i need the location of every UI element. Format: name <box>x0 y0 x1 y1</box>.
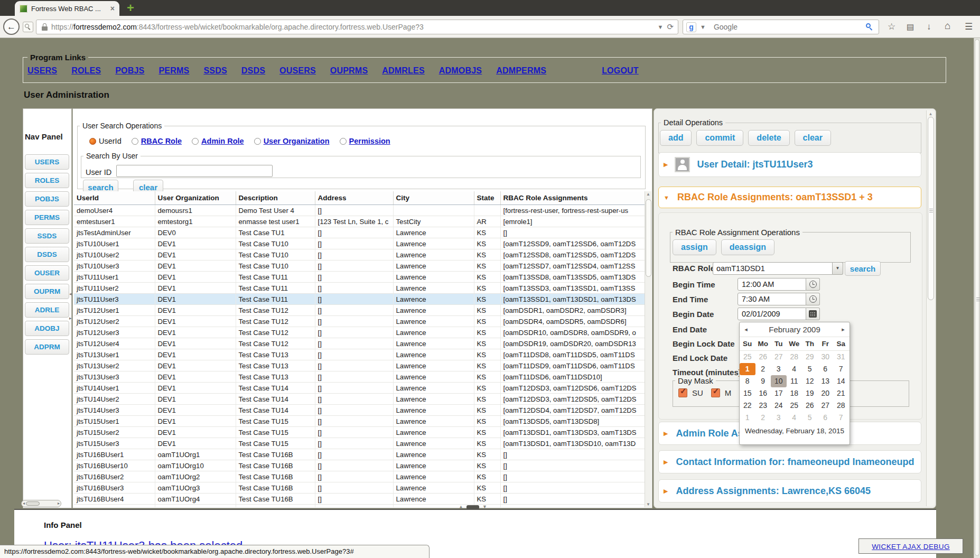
calendar-date-7[interactable]: 7 <box>833 412 849 424</box>
radio-user-organization-icon[interactable] <box>254 138 261 145</box>
detail-panel-scrollbar[interactable]: ▲ <box>926 110 935 506</box>
nav-scrollbar-thumb[interactable] <box>26 501 40 506</box>
search-icon[interactable] <box>865 23 874 32</box>
home-icon[interactable]: ⌂ <box>945 21 950 30</box>
table-row[interactable]: jtsTU14User2DEV1Test Case TU14[]Lawrence… <box>74 394 646 405</box>
page-proxy-icon[interactable] <box>23 22 33 32</box>
calendar-date-10[interactable]: 10 <box>771 375 787 387</box>
user-id-input[interactable] <box>116 165 273 177</box>
rbac-roles-search-button[interactable]: search <box>845 261 881 276</box>
end-time-clock-button[interactable] <box>806 293 820 305</box>
table-row[interactable]: jtsTU14User1DEV1Test Case TU14[]Lawrence… <box>74 383 646 394</box>
panel-splitter-right-icon[interactable]: ▸ <box>69 315 72 321</box>
table-row[interactable]: jtsTU10User1DEV1Test Case TU10[]Lawrence… <box>74 238 646 249</box>
table-row[interactable]: jtsTU12User3DEV1Test Case TU12[]Lawrence… <box>74 327 646 338</box>
calendar-date-2[interactable]: 2 <box>755 363 771 375</box>
program-link-admobjs[interactable]: ADMOBJS <box>439 66 482 75</box>
calendar-date-25[interactable]: 25 <box>740 351 755 363</box>
scroll-up-icon[interactable]: ▲ <box>459 505 463 509</box>
program-link-dsds[interactable]: DSDS <box>241 66 265 75</box>
scroll-thumb[interactable] <box>466 505 479 509</box>
program-link-perms[interactable]: PERMS <box>159 66 190 75</box>
back-button[interactable]: ← <box>3 18 20 35</box>
program-link-ousers[interactable]: OUSERS <box>279 66 316 75</box>
detail-scrollbar-thumb[interactable] <box>928 117 934 300</box>
mini-scroll-indicator[interactable]: ▲ ▼ <box>459 505 487 509</box>
panel-splitter-left-icon[interactable]: ◂ <box>69 291 72 296</box>
browser-tab[interactable]: Fortress Web RBAC ... × <box>15 1 119 16</box>
rbac-roles-combobox[interactable]: oamT13DSD1 <box>713 262 833 275</box>
table-row[interactable]: jtsTU16BUser3oamT1UOrg3Test Case TU16B[]… <box>74 482 646 494</box>
calendar-date-26[interactable]: 26 <box>802 399 818 412</box>
calendar-date-17[interactable]: 17 <box>771 387 787 399</box>
table-row[interactable]: jtsTU16BUser5oamT1UOrg5Test Case TU16B[]… <box>74 505 646 508</box>
tab-close-icon[interactable]: × <box>110 4 115 13</box>
radio-label-rbac-role[interactable]: RBAC Role <box>141 137 182 145</box>
program-link-admrles[interactable]: ADMRLES <box>382 66 425 75</box>
radio-userid-icon[interactable] <box>89 138 96 145</box>
wicket-ajax-debug-link[interactable]: WICKET AJAX DEBUG <box>872 543 950 551</box>
table-row[interactable]: jtsTU11User2DEV1Test Case TU11[]Lawrence… <box>74 283 646 294</box>
calendar-date-1[interactable]: 1 <box>740 363 755 375</box>
accordion-user-detail[interactable]: ▶ User Detail: jtsTU11User3 <box>658 152 921 177</box>
calendar-date-3[interactable]: 3 <box>771 363 787 375</box>
nav-button-pobjs[interactable]: POBJS <box>25 191 69 207</box>
table-row[interactable]: jtsTU10User2DEV1Test Case TU10[]Lawrence… <box>74 249 646 261</box>
calendar-date-6[interactable]: 6 <box>818 363 834 375</box>
calendar-date-4[interactable]: 4 <box>787 412 802 424</box>
table-row[interactable]: jtsTU12User2DEV1Test Case TU12[]Lawrence… <box>74 316 646 327</box>
page-scrollbar-thumb[interactable] <box>975 39 979 556</box>
nav-button-ouser[interactable]: OUSER <box>25 265 69 281</box>
calendar-date-1[interactable]: 1 <box>740 412 755 424</box>
search-engine-dropdown-icon[interactable]: ▼ <box>700 24 706 30</box>
calendar-date-7[interactable]: 7 <box>833 363 849 375</box>
table-row[interactable]: jtsTU11User3DEV1Test Case TU11[]Lawrence… <box>74 294 646 305</box>
calendar-date-31[interactable]: 31 <box>833 351 849 363</box>
radio-permission-icon[interactable] <box>340 138 347 145</box>
search-bar[interactable]: g ▼ <box>683 20 879 34</box>
scroll-up-icon[interactable]: ▲ <box>645 192 651 197</box>
table-row[interactable]: jtsTU16BUser1oamT1UOrg1Test Case TU16B[]… <box>74 449 646 460</box>
calendar-date-4[interactable]: 4 <box>787 363 802 375</box>
search-input[interactable] <box>713 22 865 32</box>
new-tab-button[interactable]: + <box>127 2 134 14</box>
radio-option-user-organization[interactable]: User Organization <box>254 137 330 145</box>
calendar-date-15[interactable]: 15 <box>740 387 755 399</box>
calendar-date-2[interactable]: 2 <box>755 412 771 424</box>
menu-icon[interactable]: ☰ <box>965 22 973 31</box>
url-bar[interactable]: https:// fortressdemo2.com :8443/fortres… <box>36 20 678 34</box>
table-row[interactable]: jtsTU16BUser10oamT1UOrg10Test Case TU16B… <box>74 460 646 471</box>
day-mask-checkbox-su[interactable] <box>678 388 687 397</box>
calendar-date-27[interactable]: 27 <box>818 399 834 412</box>
nav-button-users[interactable]: USERS <box>25 154 69 170</box>
calendar-date-24[interactable]: 24 <box>771 399 787 412</box>
program-link-roles[interactable]: ROLES <box>71 66 101 75</box>
accordion-rbac-roles[interactable]: ▼ RBAC Role Assignments: oamT13SSD1 + 3 <box>658 187 921 208</box>
bookmark-star-icon[interactable]: ☆ <box>888 22 895 31</box>
nav-button-dsds[interactable]: DSDS <box>25 247 69 262</box>
calendar-date-13[interactable]: 13 <box>818 375 834 387</box>
table-row[interactable]: jtsTU10User3DEV1Test Case TU10[]Lawrence… <box>74 261 646 272</box>
calendar-next-icon[interactable]: ▸ <box>837 326 850 333</box>
deassign-button[interactable]: deassign <box>721 239 774 255</box>
table-row[interactable]: jtsTU13User3DEV1Test Case TU13[]Lawrence… <box>74 371 646 383</box>
calendar-date-29[interactable]: 29 <box>802 351 818 363</box>
program-link-ouprms[interactable]: OUPRMS <box>330 66 368 75</box>
nav-button-perms[interactable]: PERMS <box>25 210 69 225</box>
table-row[interactable]: jtsTU13User2DEV1Test Case TU13[]Lawrence… <box>74 360 646 371</box>
end-time-input[interactable]: 7:30 AM <box>738 293 806 305</box>
radio-option-permission[interactable]: Permission <box>340 137 390 145</box>
delete-button[interactable]: delete <box>748 130 789 146</box>
program-link-users[interactable]: USERS <box>27 66 57 75</box>
table-row[interactable]: jtsTU12User4DEV1Test Case TU12[]Lawrence… <box>74 338 646 349</box>
url-dropdown-icon[interactable]: ▼ <box>658 24 664 30</box>
radio-rbac-role-icon[interactable] <box>132 138 138 145</box>
scroll-down-icon[interactable]: ▼ <box>482 505 487 509</box>
calendar-date-3[interactable]: 3 <box>771 412 787 424</box>
nav-button-roles[interactable]: ROLES <box>25 173 69 188</box>
calendar-date-19[interactable]: 19 <box>802 387 818 399</box>
begin-time-input[interactable]: 12:00 AM <box>738 278 806 291</box>
nav-button-adobj[interactable]: ADOBJ <box>25 321 69 336</box>
table-row[interactable]: jtsTU16BUser2oamT1UOrg2Test Case TU16B[]… <box>74 471 646 482</box>
radio-label-admin-role[interactable]: Admin Role <box>201 137 244 145</box>
